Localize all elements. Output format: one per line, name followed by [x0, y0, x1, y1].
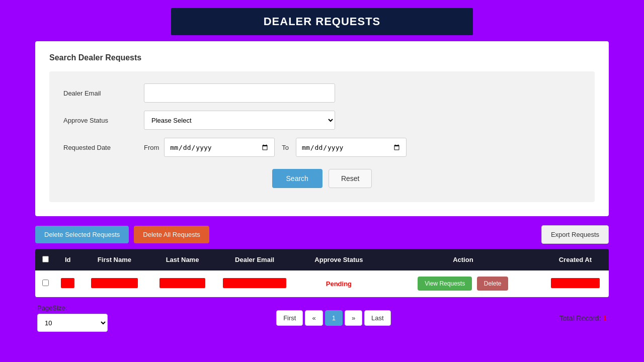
- row-action-cell: View Requests Delete: [384, 270, 542, 297]
- row-checkbox-cell: [35, 270, 55, 297]
- col-created-at: Created At: [542, 249, 609, 270]
- row-first-name-cell: [80, 270, 148, 297]
- first-name-redacted-bar: [91, 278, 138, 288]
- pagination-bar: PageSize: 10 25 50 100 First « 1 » Last …: [35, 304, 609, 332]
- current-page-button[interactable]: 1: [325, 310, 343, 326]
- search-button[interactable]: Search: [272, 169, 323, 188]
- requested-date-label: Requested Date: [63, 144, 144, 151]
- col-dealer-email: Dealer Email: [216, 249, 293, 270]
- status-badge: Pending: [326, 280, 352, 288]
- col-first-name: First Name: [80, 249, 148, 270]
- actions-bar: Delete Selected Requests Delete All Requ…: [35, 225, 609, 244]
- main-card: Search Dealer Requests Dealer Email Appr…: [35, 41, 609, 216]
- view-requests-button[interactable]: View Requests: [418, 277, 472, 291]
- page-title: DEALER REQUESTS: [171, 8, 473, 35]
- requested-date-row: Requested Date From To: [63, 138, 581, 157]
- dealer-requests-table: Id First Name Last Name Dealer Email App…: [35, 249, 609, 297]
- export-requests-button[interactable]: Export Requests: [541, 225, 609, 244]
- search-section-title: Search Dealer Requests: [49, 53, 595, 62]
- total-record-label: Total Record:: [559, 314, 601, 322]
- col-last-name: Last Name: [149, 249, 216, 270]
- dealer-email-row: Dealer Email: [63, 83, 581, 103]
- first-page-button[interactable]: First: [276, 310, 303, 326]
- col-id: Id: [55, 249, 80, 270]
- select-all-th: [35, 249, 55, 270]
- total-count-value: 1: [603, 314, 607, 322]
- dealer-requests-table-wrapper: Id First Name Last Name Dealer Email App…: [35, 249, 609, 297]
- table-row: Pending View Requests Delete: [35, 270, 609, 297]
- id-redacted-bar: [61, 278, 74, 288]
- row-approve-status-cell: Pending: [293, 270, 384, 297]
- row-created-at-cell: [542, 270, 609, 297]
- dealer-email-input[interactable]: [144, 83, 335, 103]
- pagesize-section: PageSize: 10 25 50 100: [37, 304, 108, 332]
- delete-row-button[interactable]: Delete: [477, 277, 509, 291]
- created-at-redacted-bar: [551, 278, 599, 288]
- table-header-row: Id First Name Last Name Dealer Email App…: [35, 249, 609, 270]
- dealer-email-label: Dealer Email: [63, 89, 144, 97]
- to-date-input[interactable]: [296, 138, 407, 157]
- delete-all-button[interactable]: Delete All Requests: [134, 226, 209, 243]
- date-range-row: From To: [144, 138, 407, 157]
- select-all-checkbox[interactable]: [42, 256, 49, 262]
- reset-button[interactable]: Reset: [329, 169, 372, 188]
- pagesize-select[interactable]: 10 25 50 100: [37, 314, 108, 332]
- approve-status-row: Approve Status Please Select Pending App…: [63, 111, 581, 130]
- row-dealer-email-cell: [216, 270, 293, 297]
- from-date-input[interactable]: [164, 138, 275, 157]
- approve-status-select[interactable]: Please Select Pending Approved Rejected: [144, 111, 335, 130]
- search-form: Dealer Email Approve Status Please Selec…: [49, 71, 595, 202]
- delete-selected-button[interactable]: Delete Selected Requests: [35, 226, 129, 243]
- search-btn-row: Search Reset: [63, 169, 581, 188]
- last-name-redacted-bar: [159, 278, 205, 288]
- approve-status-label: Approve Status: [63, 117, 144, 124]
- prev-page-button[interactable]: «: [305, 310, 323, 326]
- col-approve-status: Approve Status: [293, 249, 384, 270]
- row-checkbox[interactable]: [42, 280, 49, 286]
- total-record-section: Total Record: 1: [559, 314, 607, 322]
- row-last-name-cell: [149, 270, 216, 297]
- row-id-cell: [55, 270, 80, 297]
- col-action: Action: [384, 249, 542, 270]
- next-page-button[interactable]: »: [345, 310, 362, 326]
- pagesize-label: PageSize:: [37, 304, 108, 312]
- from-label: From: [144, 144, 159, 151]
- pagination-nav: First « 1 » Last: [276, 310, 391, 326]
- actions-left: Delete Selected Requests Delete All Requ…: [35, 226, 209, 243]
- last-page-button[interactable]: Last: [364, 310, 391, 326]
- dealer-email-redacted-bar: [223, 278, 287, 288]
- to-label: To: [282, 144, 289, 151]
